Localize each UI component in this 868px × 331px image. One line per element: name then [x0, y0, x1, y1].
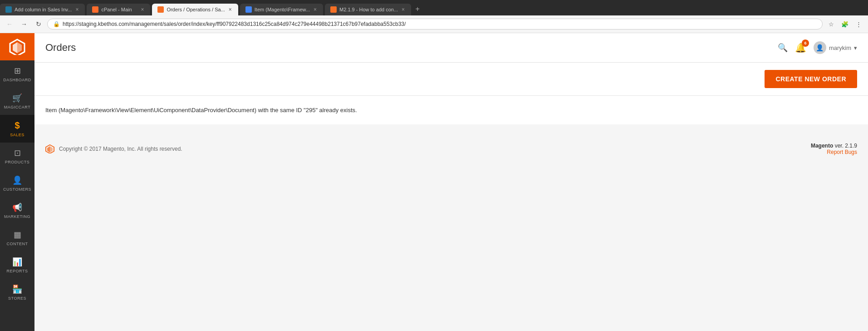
- sidebar-logo: [0, 33, 34, 60]
- back-button[interactable]: ←: [4, 18, 15, 30]
- sidebar-label-reports: REPORTS: [7, 269, 28, 273]
- tab-close-5[interactable]: ×: [401, 6, 406, 13]
- tab-close-2[interactable]: ×: [140, 6, 145, 13]
- page-header: Orders 🔍 🔔 6 👤 marykim ▾: [34, 33, 868, 63]
- forward-button[interactable]: →: [18, 18, 30, 30]
- browser-tab-2[interactable]: cPanel - Main ×: [87, 4, 150, 15]
- sidebar: ⊞ DASHBOARD 🛒 MAGICCART $ SALES ⊡ PRODUC…: [0, 33, 34, 331]
- sidebar-item-reports[interactable]: 📊 REPORTS: [0, 252, 34, 279]
- browser-tab-4[interactable]: Item (Magento\Framew... ×: [240, 4, 323, 15]
- url-text: https://staging.kbethos.com/management/s…: [63, 21, 406, 27]
- sidebar-label-sales: SALES: [10, 133, 25, 137]
- tab-title-5: M2.1.9 - How to add con...: [339, 7, 398, 12]
- marketing-icon: 📢: [12, 203, 22, 212]
- tab-close-3[interactable]: ×: [228, 6, 233, 13]
- report-bugs-link[interactable]: Report Bugs: [811, 149, 857, 155]
- sidebar-label-dashboard: DASHBOARD: [3, 78, 31, 82]
- content-area: Create New Order Item (Magento\Framework…: [34, 63, 868, 331]
- sidebar-label-stores: STORES: [8, 296, 26, 301]
- magento-logo-icon: [9, 39, 25, 55]
- svg-marker-4: [50, 146, 53, 153]
- sidebar-item-products[interactable]: ⊡ PRODUCTS: [0, 143, 34, 170]
- user-name: marykim: [829, 44, 851, 51]
- bookmark-button[interactable]: ☆: [825, 18, 837, 30]
- sidebar-item-dashboard[interactable]: ⊞ DASHBOARD: [0, 60, 34, 88]
- tab-title-1: Add column in Sales Inv...: [15, 7, 72, 12]
- sidebar-item-marketing[interactable]: 📢 MARKETING: [0, 197, 34, 224]
- page-title: Orders: [45, 42, 76, 54]
- footer-left: Copyright © 2017 Magento, Inc. All right…: [45, 144, 182, 153]
- browser-toolbar: ← → ↻ 🔒 https://staging.kbethos.com/mana…: [0, 15, 868, 33]
- browser-tab-1[interactable]: Add column in Sales Inv... ×: [0, 4, 85, 15]
- sidebar-label-magiccart: MAGICCART: [4, 105, 30, 109]
- tab-favicon-1: [5, 6, 12, 13]
- sidebar-item-customers[interactable]: 👤 CUSTOMERS: [0, 170, 34, 197]
- reports-icon: 📊: [12, 257, 22, 267]
- sidebar-label-marketing: MARKETING: [4, 214, 30, 219]
- search-icon[interactable]: 🔍: [778, 43, 788, 53]
- browser-toolbar-actions: ☆ 🧩 ⋮: [825, 18, 864, 30]
- menu-button[interactable]: ⋮: [853, 18, 864, 30]
- magiccart-icon: 🛒: [12, 93, 22, 103]
- svg-marker-2: [13, 42, 17, 53]
- sidebar-label-customers: CUSTOMERS: [3, 187, 31, 192]
- customers-icon: 👤: [12, 175, 22, 185]
- stores-icon: 🏪: [12, 284, 22, 294]
- sidebar-label-products: PRODUCTS: [5, 160, 30, 164]
- footer-version-number: ver. 2.1.9: [835, 143, 857, 149]
- create-order-button[interactable]: Create New Order: [765, 70, 857, 88]
- content-toolbar: Create New Order: [34, 63, 868, 96]
- browser-tab-3[interactable]: Orders / Operations / Sa... ×: [152, 4, 238, 15]
- footer-logo-icon: [45, 144, 54, 153]
- footer-version-label: Magento: [811, 143, 833, 149]
- new-tab-button[interactable]: +: [411, 3, 424, 15]
- tab-title-4: Item (Magento\Framew...: [255, 7, 310, 12]
- tab-favicon-3: [157, 6, 164, 13]
- content-icon: ▦: [14, 230, 21, 240]
- error-message-container: Item (Magento\Framework\View\Element\UiC…: [34, 96, 868, 124]
- user-menu[interactable]: 👤 marykim ▾: [814, 41, 857, 54]
- sidebar-label-content: CONTENT: [7, 242, 28, 246]
- sidebar-item-stores[interactable]: 🏪 STORES: [0, 279, 34, 306]
- tab-close-4[interactable]: ×: [313, 6, 318, 13]
- browser-chrome: Add column in Sales Inv... × cPanel - Ma…: [0, 0, 868, 33]
- browser-tabs-bar: Add column in Sales Inv... × cPanel - Ma…: [0, 0, 868, 15]
- notification-badge: 6: [802, 40, 809, 47]
- error-message: Item (Magento\Framework\View\Element\UiC…: [45, 107, 857, 114]
- page-footer: Copyright © 2017 Magento, Inc. All right…: [34, 133, 868, 164]
- notification-bell[interactable]: 🔔 6: [795, 42, 806, 53]
- tab-close-1[interactable]: ×: [74, 6, 79, 13]
- tab-title-2: cPanel - Main: [101, 7, 137, 12]
- address-bar[interactable]: 🔒 https://staging.kbethos.com/management…: [47, 19, 823, 30]
- secure-icon: 🔒: [53, 21, 60, 27]
- sales-icon: $: [15, 120, 20, 131]
- svg-marker-1: [17, 42, 22, 53]
- tab-favicon-2: [92, 6, 98, 13]
- reload-button[interactable]: ↻: [33, 18, 44, 30]
- svg-marker-5: [47, 146, 50, 153]
- sidebar-item-content[interactable]: ▦ CONTENT: [0, 224, 34, 252]
- sidebar-item-sales[interactable]: $ SALES: [0, 115, 34, 143]
- dashboard-icon: ⊞: [14, 66, 21, 76]
- header-actions: 🔍 🔔 6 👤 marykim ▾: [778, 41, 857, 54]
- footer-right: Magento ver. 2.1.9 Report Bugs: [811, 143, 857, 155]
- sidebar-item-magiccart[interactable]: 🛒 MAGICCART: [0, 88, 34, 115]
- user-avatar: 👤: [814, 41, 826, 54]
- tab-favicon-5: [330, 6, 337, 13]
- extensions-button[interactable]: 🧩: [839, 18, 851, 30]
- tab-favicon-4: [245, 6, 252, 13]
- main-content: Orders 🔍 🔔 6 👤 marykim ▾ Create New Orde…: [34, 33, 868, 331]
- products-icon: ⊡: [14, 148, 21, 158]
- footer-copyright: Copyright © 2017 Magento, Inc. All right…: [59, 146, 182, 152]
- footer-version: Magento ver. 2.1.9: [811, 143, 857, 149]
- user-menu-chevron: ▾: [854, 44, 857, 51]
- tab-title-3: Orders / Operations / Sa...: [167, 7, 225, 12]
- browser-tab-5[interactable]: M2.1.9 - How to add con... ×: [325, 4, 411, 15]
